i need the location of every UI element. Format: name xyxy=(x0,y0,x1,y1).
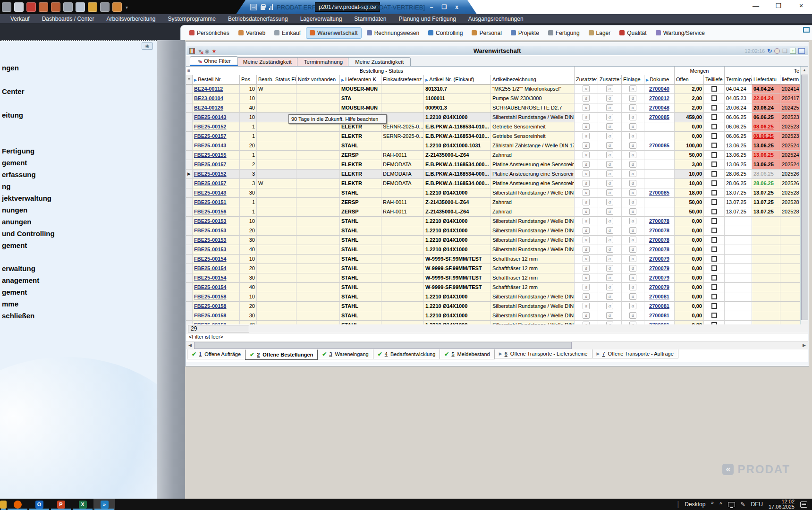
column-header-z2[interactable]: Zusatzte: xyxy=(598,75,622,85)
text-note-button[interactable]: a xyxy=(606,170,613,177)
document-link[interactable]: 2700085 xyxy=(649,114,669,120)
text-note-button[interactable]: a xyxy=(629,85,636,92)
order-link[interactable]: FBE25-00153 xyxy=(194,246,227,252)
order-link[interactable]: FBE25-00154 xyxy=(194,265,227,271)
menu-item-stammdaten[interactable]: Stammdaten xyxy=(354,16,386,22)
view-tab-3[interactable]: ✔3 Wareneingang xyxy=(317,349,373,359)
text-note-button[interactable]: a xyxy=(606,246,613,253)
text-note-button[interactable]: a xyxy=(606,237,613,243)
filter-remove-icon[interactable]: ▼✕ xyxy=(197,48,203,54)
partial-delivery-checkbox[interactable] xyxy=(711,265,717,271)
partial-delivery-checkbox[interactable] xyxy=(711,237,717,243)
text-note-button[interactable]: a xyxy=(629,293,636,300)
view-tab-5[interactable]: ✔5 Meldebestand xyxy=(440,349,494,359)
filter-tab-meine-zuständigkeit[interactable]: Meine Zuständigkeit xyxy=(236,57,299,66)
text-note-button[interactable]: a xyxy=(583,274,590,281)
sidebar-item[interactable]: und Controlling xyxy=(2,230,157,241)
text-note-button[interactable]: a xyxy=(583,133,590,139)
text-note-button[interactable]: a xyxy=(606,152,613,158)
order-link[interactable]: FBE25-00143 xyxy=(194,114,227,120)
text-note-button[interactable]: a xyxy=(629,152,636,158)
order-link[interactable]: FBE25-00152 xyxy=(194,171,227,177)
sidebar-item[interactable]: ngen xyxy=(2,64,157,87)
column-header-st[interactable]: Bearb.-Status Ei xyxy=(257,75,296,85)
text-note-button[interactable]: a xyxy=(583,246,590,253)
document-link[interactable]: 2700079 xyxy=(649,275,669,280)
text-note-button[interactable]: a xyxy=(629,303,636,309)
text-note-button[interactable]: a xyxy=(629,104,636,111)
column-header-ld[interactable]: Lieferdatu xyxy=(752,75,780,85)
text-note-button[interactable]: a xyxy=(629,123,636,130)
text-note-button[interactable]: a xyxy=(606,312,613,319)
module-tab-wartung-service[interactable]: Wartung/Service xyxy=(652,27,709,39)
column-header-art[interactable]: ▶Artikel-Nr. (Einkauf) xyxy=(424,75,491,85)
grid-icon[interactable] xyxy=(112,2,122,12)
refresh-icon[interactable]: ↻ xyxy=(767,48,772,54)
outlook-icon[interactable]: O xyxy=(28,499,50,510)
menu-item-verkauf[interactable]: Verkauf xyxy=(10,16,30,22)
text-note-button[interactable]: a xyxy=(629,114,636,120)
text-note-button[interactable]: a xyxy=(629,255,636,262)
text-note-button[interactable]: a xyxy=(583,180,590,187)
column-header-notiz[interactable]: Notiz vorhanden xyxy=(296,75,340,85)
close-button[interactable]: x xyxy=(453,4,461,10)
menu-item-betriebsdatenerfassung[interactable]: Betriebsdatenerfassung xyxy=(228,16,288,22)
sidebar-item[interactable]: Center xyxy=(2,87,157,111)
sheet-icon[interactable] xyxy=(76,2,85,12)
sidebar-item[interactable]: Fertigung xyxy=(2,147,157,159)
document-link[interactable]: 2700048 xyxy=(649,105,669,110)
text-note-button[interactable]: a xyxy=(606,142,613,149)
document-link[interactable]: 2700081 xyxy=(649,313,669,318)
menu-item-ausgangsrechnungen[interactable]: Ausgangsrechnungen xyxy=(468,16,524,22)
book-icon[interactable] xyxy=(88,2,97,12)
horizontal-scrollbar[interactable]: ◀ ▶ xyxy=(186,341,808,349)
text-note-button[interactable]: a xyxy=(629,284,636,290)
text-note-button[interactable]: a xyxy=(606,303,613,309)
copy-icon[interactable]: ❏ xyxy=(782,48,787,54)
document-link[interactable]: 2700078 xyxy=(649,237,669,243)
order-link[interactable]: FBE25-00158 xyxy=(194,303,227,309)
column-header-lt[interactable]: liefterm_ xyxy=(780,75,801,85)
text-note-button[interactable]: a xyxy=(583,123,590,130)
excel-icon[interactable]: X xyxy=(72,499,93,510)
filter-tab-ohne-filter[interactable]: ▼✕Ohne Filter xyxy=(190,56,238,66)
text-note-button[interactable]: a xyxy=(583,104,590,111)
partial-delivery-checkbox[interactable] xyxy=(711,133,717,139)
desktop-toolbar[interactable]: Desktop xyxy=(685,501,705,508)
order-link[interactable]: FBE25-00158 xyxy=(194,313,227,318)
document-link[interactable]: 2700079 xyxy=(649,265,669,271)
partial-delivery-checkbox[interactable] xyxy=(711,190,717,196)
document-link[interactable]: 2700085 xyxy=(649,143,669,148)
scroll-up-icon[interactable]: ▲ xyxy=(801,67,808,75)
view-tab-2[interactable]: ✔2 Offene Bestellungen xyxy=(245,349,318,360)
scroll-left-icon[interactable]: ◀ xyxy=(186,341,194,349)
text-note-button[interactable]: a xyxy=(606,265,613,272)
column-header-tg[interactable]: Termin gep xyxy=(725,75,752,85)
network-icon[interactable] xyxy=(728,502,735,507)
clock-date[interactable]: 12:0217.06.2025 xyxy=(769,499,795,510)
text-note-button[interactable]: a xyxy=(606,161,613,168)
tray-expand-icon[interactable]: ^ xyxy=(719,501,722,508)
order-link[interactable]: FBE25-00143 xyxy=(194,190,227,196)
text-note-button[interactable]: a xyxy=(583,170,590,177)
order-link[interactable]: FBE25-00157 xyxy=(194,180,227,186)
minimize-button[interactable]: — xyxy=(751,2,761,9)
module-tab-controlling[interactable]: Controlling xyxy=(424,27,466,39)
text-note-button[interactable]: a xyxy=(606,284,613,290)
text-note-button[interactable]: a xyxy=(606,274,613,281)
module-tab-persönliches[interactable]: Persönliches xyxy=(186,27,233,39)
view-tab-6[interactable]: ▶6 Offene Transporte - Lieferscheine xyxy=(494,349,592,358)
text-note-button[interactable]: a xyxy=(583,237,590,243)
sidebar-item[interactable]: erwaltung xyxy=(2,264,157,276)
filter-tab-meine-zuständigkeit[interactable]: Meine Zuständigkeit xyxy=(348,57,411,66)
text-note-button[interactable]: a xyxy=(583,85,590,92)
text-note-button[interactable]: a xyxy=(606,123,613,130)
partial-delivery-checkbox[interactable] xyxy=(711,284,717,290)
text-note-button[interactable]: a xyxy=(629,95,636,102)
partial-delivery-checkbox[interactable] xyxy=(711,303,717,309)
text-note-button[interactable]: a xyxy=(583,189,590,196)
filter-tab-terminmahnung[interactable]: Terminmahnung xyxy=(297,57,350,66)
text-note-button[interactable]: a xyxy=(629,274,636,281)
cabinet-icon[interactable] xyxy=(63,2,73,12)
vertical-scrollbar[interactable]: ▲ ▼ xyxy=(800,67,808,348)
